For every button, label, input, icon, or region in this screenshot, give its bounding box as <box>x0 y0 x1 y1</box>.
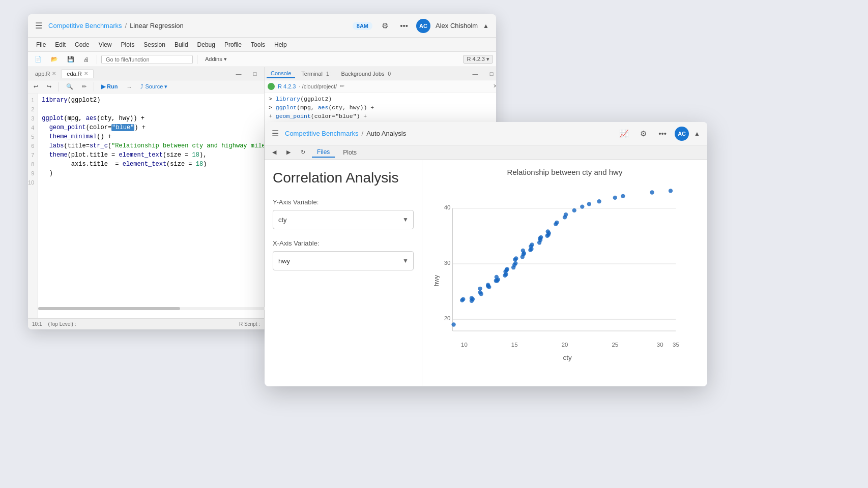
tab-background-jobs[interactable]: Background Jobs 0 <box>337 70 397 78</box>
menu-view[interactable]: View <box>95 40 116 49</box>
maximize-console-icon[interactable]: □ <box>484 67 496 81</box>
code-area[interactable]: library(ggplot2) ggplot(mpg, aes(cty, hw… <box>38 94 264 318</box>
y-axis-select-wrapper: cty hwy displ cyl ▼ <box>273 210 414 229</box>
console-toolbar: R 4.2.3 · /cloud/project/ ✏ ✕ <box>265 80 496 93</box>
r-status-dot <box>268 83 275 90</box>
source-btn[interactable]: ⤴ Source ▾ <box>137 82 171 92</box>
tab-eda-r[interactable]: eda.R ✕ <box>61 69 93 78</box>
analysis-title: Correlation Analysis <box>273 170 414 186</box>
svg-point-57 <box>546 229 550 233</box>
svg-point-18 <box>461 297 465 301</box>
menu-file[interactable]: File <box>32 40 50 49</box>
editor-scrollbar[interactable] <box>38 307 275 310</box>
maximize-editor-icon[interactable]: □ <box>248 67 262 81</box>
ram-badge: 8AM <box>353 22 372 30</box>
avatar: AC <box>416 19 430 33</box>
menu-bar: File Edit Code View Plots Session Build … <box>28 38 496 52</box>
x-axis-select-wrapper: hwy cty displ cyl ▼ <box>273 251 414 270</box>
svg-text:10: 10 <box>461 342 468 348</box>
run-btn[interactable]: ▶ Run <box>98 82 121 92</box>
open-btn[interactable]: 📂 <box>47 54 62 64</box>
next-btn[interactable]: → <box>123 82 135 92</box>
pencil-icon[interactable]: ✏ <box>78 82 90 92</box>
svg-point-65 <box>597 199 601 203</box>
svg-text:40: 40 <box>444 204 451 210</box>
editor-scrollbar-thumb[interactable] <box>38 307 180 310</box>
svg-point-31 <box>495 275 499 279</box>
edit-path-icon[interactable]: ✏ <box>340 83 344 89</box>
tab-app-r[interactable]: app.R ✕ <box>30 70 61 78</box>
tab-terminal[interactable]: Terminal 1 <box>297 70 335 78</box>
forward-nav-icon[interactable]: ▶ <box>283 147 294 157</box>
menu-session[interactable]: Session <box>139 40 169 49</box>
cursor-position: 10:1 <box>32 321 42 327</box>
front-chart-icon[interactable]: 📈 <box>617 127 631 141</box>
menu-debug[interactable]: Debug <box>193 40 219 49</box>
svg-text:30: 30 <box>657 342 663 348</box>
svg-point-39 <box>513 261 517 265</box>
svg-point-66 <box>613 196 617 200</box>
undo-icon[interactable]: ↩ <box>30 82 42 92</box>
editor-toolbar: ↩ ↪ 🔍 ✏ ▶ Run → ⤴ Source ▾ <box>28 80 264 94</box>
breadcrumb-link[interactable]: Competitive Benchmarks <box>48 22 122 29</box>
menu-build[interactable]: Build <box>170 40 192 49</box>
tab-console[interactable]: Console <box>267 69 295 78</box>
line-numbers: 1 2 3 4 5 6 7 8 9 10 <box>28 94 38 318</box>
minimize-console-icon[interactable]: — <box>468 67 482 81</box>
controls-panel: Correlation Analysis Y-Axis Variable: ct… <box>265 160 422 386</box>
svg-point-27 <box>486 283 490 287</box>
svg-point-41 <box>514 256 518 260</box>
file-path-input[interactable]: Go to file/function <box>101 55 193 64</box>
svg-point-49 <box>530 242 534 247</box>
print-btn[interactable]: 🖨 <box>80 55 93 64</box>
y-axis-select[interactable]: cty hwy displ cyl <box>273 210 414 229</box>
svg-point-67 <box>621 194 625 198</box>
hamburger-icon[interactable]: ☰ <box>35 21 42 30</box>
r-version-badge: R 4.2.3 ▾ <box>463 55 493 64</box>
breadcrumb-separator: / <box>125 22 127 29</box>
titlebar-actions: 8AM ⚙ ••• AC Alex Chisholm ▲ <box>353 19 489 33</box>
svg-point-68 <box>650 190 654 194</box>
y-axis-control-group: Y-Axis Variable: cty hwy displ cyl ▼ <box>273 198 414 229</box>
svg-text:25: 25 <box>612 342 618 348</box>
refresh-icon[interactable]: ↻ <box>297 147 309 157</box>
minimize-editor-icon[interactable]: — <box>232 67 246 81</box>
more-options-icon[interactable]: ••• <box>397 19 411 33</box>
front-titlebar-actions: 📈 ⚙ ••• AC ▲ <box>617 127 700 141</box>
addins-btn[interactable]: Addins ▾ <box>201 54 230 64</box>
menu-code[interactable]: Code <box>71 40 94 49</box>
find-icon[interactable]: 🔍 <box>63 82 77 92</box>
console-path: · /cloud/project/ <box>299 83 337 89</box>
new-file-btn[interactable]: 📄 <box>31 54 45 64</box>
redo-icon[interactable]: ↪ <box>43 82 55 92</box>
svg-point-62 <box>572 208 576 212</box>
menu-edit[interactable]: Edit <box>51 40 70 49</box>
settings-icon[interactable]: ⚙ <box>378 19 392 33</box>
front-hamburger-icon[interactable]: ☰ <box>272 129 279 138</box>
back-nav-icon[interactable]: ◀ <box>269 147 280 157</box>
svg-point-21 <box>470 299 474 303</box>
front-more-icon[interactable]: ••• <box>655 127 670 141</box>
front-breadcrumb-link[interactable]: Competitive Benchmarks <box>285 130 359 137</box>
close-eda-r-icon[interactable]: ✕ <box>84 71 88 76</box>
menu-help[interactable]: Help <box>270 40 291 49</box>
clear-console-icon[interactable]: ✕ <box>493 83 496 89</box>
svg-point-63 <box>580 204 584 208</box>
menu-tools[interactable]: Tools <box>247 40 269 49</box>
tab-plots[interactable]: Plots <box>338 148 362 157</box>
menu-plots[interactable]: Plots <box>117 40 139 49</box>
r-version-console: R 4.2.3 <box>278 83 296 89</box>
chevron-up-icon[interactable]: ▲ <box>483 22 489 29</box>
analysis-content: Correlation Analysis Y-Axis Variable: ct… <box>265 160 707 386</box>
x-axis-select[interactable]: hwy cty displ cyl <box>273 251 414 270</box>
close-app-r-icon[interactable]: ✕ <box>52 71 56 76</box>
editor-statusbar: 10:1 (Top Level) : R Script : <box>28 318 264 329</box>
tab-files[interactable]: Files <box>312 147 335 158</box>
editor-content[interactable]: 1 2 3 4 5 6 7 8 9 10 library(ggplot2) gg… <box>28 94 264 318</box>
front-chevron-up-icon[interactable]: ▲ <box>694 130 700 137</box>
save-btn[interactable]: 💾 <box>64 54 78 64</box>
menu-profile[interactable]: Profile <box>220 40 246 49</box>
front-settings-icon[interactable]: ⚙ <box>636 127 650 141</box>
front-avatar: AC <box>675 127 689 141</box>
editor-tabs: app.R ✕ eda.R ✕ — □ <box>28 67 264 80</box>
